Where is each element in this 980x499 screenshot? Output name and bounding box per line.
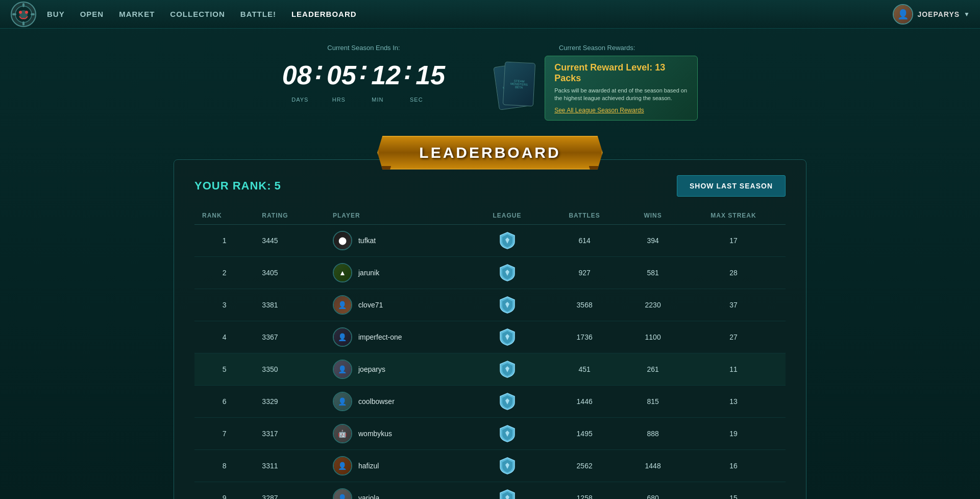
player-cell[interactable]: 👤 variola	[325, 482, 470, 499]
player-name: imperfect-one	[358, 333, 402, 341]
player-avatar: 👤	[333, 456, 352, 476]
leaderboard-header-row: YOUR RANK: 5 SHOW LAST SEASON	[194, 175, 786, 197]
player-cell[interactable]: 👤 joeparys	[325, 353, 470, 385]
battles-cell: 3568	[545, 289, 624, 321]
timer-min-label: MIN	[360, 97, 396, 103]
nav-market[interactable]: MARKET	[119, 10, 155, 18]
league-cell	[470, 256, 545, 289]
league-icon	[477, 489, 537, 499]
max-streak-cell: 19	[681, 417, 786, 449]
avatar-placeholder: 🤖	[334, 425, 351, 442]
svg-rect-6	[31, 13, 35, 15]
show-last-season-button[interactable]: SHOW LAST SEASON	[677, 175, 786, 197]
max-streak-cell: 28	[681, 256, 786, 289]
league-cell	[470, 224, 545, 256]
wins-cell: 261	[624, 353, 681, 385]
wins-cell: 2230	[624, 289, 681, 321]
player-cell[interactable]: ⬤ tufkat	[325, 224, 470, 256]
timer-colon-1: :	[315, 57, 324, 83]
nav-open[interactable]: OPEN	[80, 10, 104, 18]
nav-user[interactable]: 👤 JOEPARYS ▼	[893, 4, 970, 25]
timer-days-label: DAYS	[282, 97, 318, 103]
player-cell[interactable]: 👤 hafizul	[325, 449, 470, 482]
league-cell	[470, 482, 545, 499]
player-avatar: 👤	[333, 295, 352, 315]
league-icon	[477, 392, 537, 411]
col-rating: RATING	[254, 207, 325, 225]
avatar-placeholder: 👤	[334, 361, 351, 378]
avatar-placeholder: 👤	[334, 393, 351, 410]
timer-min-segment: 12	[371, 62, 401, 88]
table-row: 1 3445 ⬤ tufkat 614 394 17	[194, 224, 786, 256]
max-streak-cell: 15	[681, 482, 786, 499]
max-streak-cell: 13	[681, 385, 786, 417]
leaderboard-banner: LEADERBOARD	[174, 136, 806, 170]
timer-sec-label: SEC	[399, 97, 434, 103]
logo[interactable]	[10, 1, 37, 28]
player-cell[interactable]: 👤 clove71	[325, 289, 470, 321]
nav-collection[interactable]: COLLECTION	[170, 10, 225, 18]
rank-cell: 7	[194, 417, 254, 449]
league-icon	[477, 231, 537, 250]
player-cell[interactable]: 🤖 wombykus	[325, 417, 470, 449]
avatar-image: 👤	[894, 5, 912, 23]
navbar: BUY OPEN MARKET COLLECTION BATTLE! LEADE…	[0, 0, 980, 29]
league-cell	[470, 417, 545, 449]
rewards-box: STEAMMONSTERSBETA STEAMMONSTERSBETA Curr…	[496, 56, 698, 121]
rating-cell: 3405	[254, 256, 325, 289]
player-name: jarunik	[358, 269, 379, 277]
league-icon	[477, 264, 537, 282]
battles-cell: 1736	[545, 321, 624, 353]
rating-cell: 3381	[254, 289, 325, 321]
rank-cell: 5	[194, 353, 254, 385]
player-cell[interactable]: ▲ jarunik	[325, 256, 470, 289]
league-icon	[477, 296, 537, 314]
avatar: 👤	[893, 4, 913, 25]
max-streak-cell: 37	[681, 289, 786, 321]
battles-cell: 614	[545, 224, 624, 256]
wins-cell: 394	[624, 224, 681, 256]
nav-battle[interactable]: BATTLE!	[240, 10, 276, 18]
league-icon	[477, 457, 537, 475]
col-wins: WINS	[624, 207, 681, 225]
timer-colon-2: :	[359, 57, 368, 83]
nav-buy[interactable]: BUY	[47, 10, 65, 18]
battles-cell: 451	[545, 353, 624, 385]
player-name: variola	[358, 494, 379, 499]
chevron-down-icon: ▼	[964, 11, 970, 18]
rank-cell: 8	[194, 449, 254, 482]
timer-sec-value: 15	[415, 62, 445, 88]
player-name: wombykus	[358, 430, 392, 438]
league-cell	[470, 449, 545, 482]
timer-hrs-value: 05	[327, 62, 356, 88]
table-row: 5 3350 👤 joeparys 451 261 11	[194, 353, 786, 385]
svg-point-7	[19, 11, 22, 14]
player-name: coolbowser	[358, 397, 395, 406]
main-content: Current Season Ends In: 08 : 05 : 12 : 1…	[0, 29, 980, 499]
player-cell[interactable]: 👤 coolbowser	[325, 385, 470, 417]
battles-cell: 1446	[545, 385, 624, 417]
rewards-link[interactable]: See All League Season Rewards	[554, 107, 688, 114]
wins-cell: 1100	[624, 321, 681, 353]
player-name: clove71	[358, 301, 383, 309]
player-name: hafizul	[358, 462, 379, 470]
player-avatar: 🤖	[333, 424, 352, 443]
svg-rect-3	[22, 3, 24, 7]
table-row: 4 3367 👤 imperfect-one 1736 1100 27	[194, 321, 786, 353]
battles-cell: 927	[545, 256, 624, 289]
wins-cell: 888	[624, 417, 681, 449]
player-cell[interactable]: 👤 imperfect-one	[325, 321, 470, 353]
battles-cell: 1495	[545, 417, 624, 449]
rating-cell: 3329	[254, 385, 325, 417]
table-row: 8 3311 👤 hafizul 2562 1448 16	[194, 449, 786, 482]
league-cell	[470, 353, 545, 385]
rank-cell: 6	[194, 385, 254, 417]
player-name: tufkat	[358, 236, 376, 245]
col-player: PLAYER	[325, 207, 470, 225]
nav-leaderboard[interactable]: LEADERBOARD	[291, 10, 357, 18]
rating-cell: 3311	[254, 449, 325, 482]
wins-cell: 1448	[624, 449, 681, 482]
leaderboard-section: LEADERBOARD YOUR RANK: 5 SHOW LAST SEASO…	[174, 136, 806, 499]
max-streak-cell: 11	[681, 353, 786, 385]
svg-rect-5	[12, 13, 16, 15]
